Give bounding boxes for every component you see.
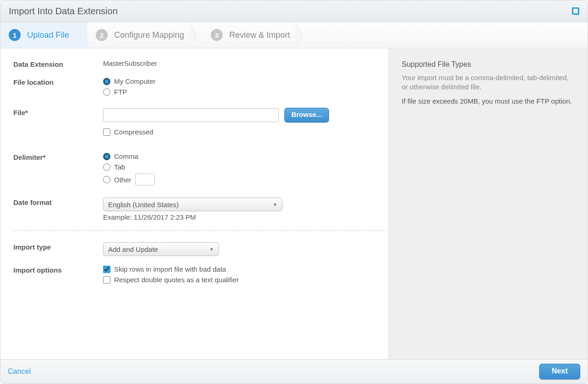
browse-button[interactable]: Browse... <box>284 108 329 122</box>
radio-comma[interactable] <box>103 153 110 160</box>
step-review-import[interactable]: 3 Review & Import <box>202 22 308 48</box>
radio-label: Comma <box>114 152 138 160</box>
select-import-type[interactable]: Add and Update ▼ <box>103 242 219 256</box>
import-dialog: Import Into Data Extension 1 Upload File… <box>0 0 588 384</box>
select-date-format[interactable]: English (United States) ▼ <box>103 198 282 211</box>
label-import-type: Import type <box>13 242 103 251</box>
radio-label: Other <box>114 176 132 184</box>
checkbox-label: Respect double quotes as a text qualifie… <box>114 276 239 284</box>
radio-label: My Computer <box>114 77 156 85</box>
step-number: 1 <box>9 29 21 41</box>
sidebar-title: Supported File Types <box>402 60 575 69</box>
wizard-steps: 1 Upload File 2 Configure Mapping 3 Revi… <box>0 22 588 48</box>
sidebar-text: Your import must be a comma-delimited, t… <box>402 73 575 92</box>
value-data-extension: MasterSubscriber <box>103 59 375 67</box>
maximize-icon[interactable] <box>572 7 579 15</box>
label-file: File* <box>13 108 103 116</box>
sidebar-text: If file size exceeds 20MB, you must use … <box>402 97 575 106</box>
sidebar-help: Supported File Types Your import must be… <box>388 48 588 359</box>
step-label: Configure Mapping <box>114 30 184 40</box>
step-label: Upload File <box>27 30 69 40</box>
cancel-button[interactable]: Cancel <box>8 367 31 376</box>
checkbox-label: Compressed <box>114 128 153 136</box>
label-date-format: Date format <box>13 198 103 206</box>
file-path-input[interactable] <box>103 108 279 122</box>
checkbox-skip-bad-rows[interactable] <box>103 266 110 273</box>
step-upload-file[interactable]: 1 Upload File <box>0 22 87 48</box>
radio-tab[interactable] <box>103 163 110 171</box>
radio-label: FTP <box>114 88 127 96</box>
chevron-down-icon: ▼ <box>273 202 277 207</box>
step-number: 2 <box>96 29 108 41</box>
label-delimiter: Delimiter* <box>13 152 103 161</box>
chevron-down-icon: ▼ <box>209 247 214 252</box>
radio-label: Tab <box>114 163 125 171</box>
radio-ftp[interactable] <box>103 88 110 96</box>
select-value: English (United States) <box>108 201 179 209</box>
titlebar: Import Into Data Extension <box>0 0 588 22</box>
label-import-options: Import options <box>13 265 103 274</box>
date-format-example: Example: 11/26/2017 2:23 PM <box>103 213 375 221</box>
radio-other[interactable] <box>103 176 110 183</box>
step-label: Review & Import <box>229 30 290 40</box>
step-number: 3 <box>211 29 223 41</box>
checkbox-label: Skip rows in import file with bad data <box>114 265 226 273</box>
next-button[interactable]: Next <box>539 364 580 379</box>
radio-my-computer[interactable] <box>103 78 110 85</box>
label-file-location: File location <box>13 77 103 86</box>
other-delimiter-input[interactable] <box>135 174 155 186</box>
checkbox-compressed[interactable] <box>103 128 110 136</box>
select-value: Add and Update <box>108 245 158 253</box>
form-main: Data Extension MasterSubscriber File loc… <box>0 48 388 359</box>
footer: Cancel Next <box>0 359 588 384</box>
window-title: Import Into Data Extension <box>9 0 118 22</box>
label-data-extension: Data Extension <box>13 59 103 68</box>
checkbox-respect-quotes[interactable] <box>103 276 110 284</box>
step-configure-mapping[interactable]: 2 Configure Mapping <box>87 22 202 48</box>
divider <box>13 230 388 231</box>
